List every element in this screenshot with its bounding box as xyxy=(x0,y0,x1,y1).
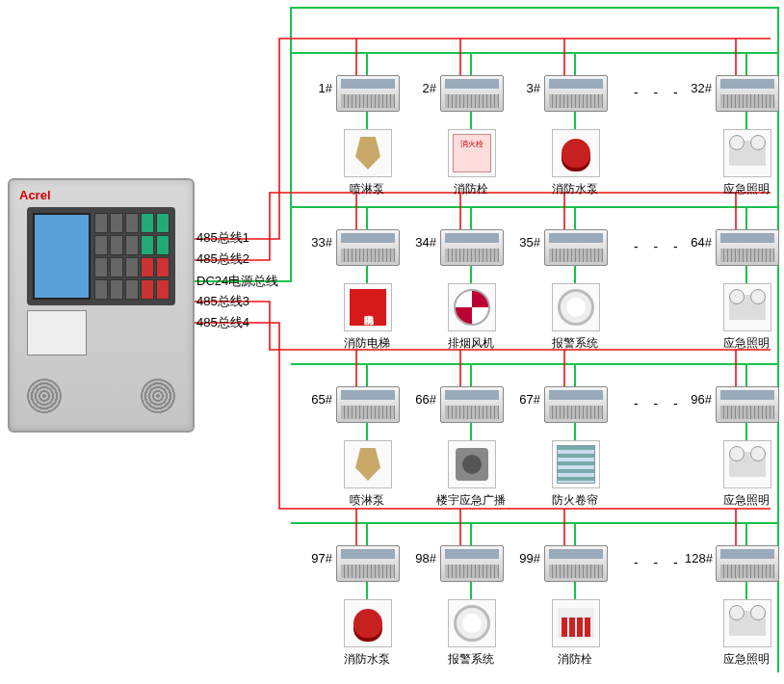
device-ext-icon xyxy=(552,599,600,647)
device-caption: 应急照明 xyxy=(694,651,784,668)
device-caption: 消防水泵 xyxy=(523,181,627,197)
device-light-icon xyxy=(723,599,771,647)
ellipsis: - - - xyxy=(634,239,684,254)
device-caption: 消防电梯 xyxy=(315,335,419,352)
module-number: 3# xyxy=(513,81,540,95)
module-number: 65# xyxy=(305,392,332,407)
device-fan-icon xyxy=(448,283,496,331)
module-number: 2# xyxy=(409,81,436,95)
module-number: 128# xyxy=(685,551,712,566)
module-number: 98# xyxy=(409,551,436,566)
device-caption: 应急照明 xyxy=(694,181,784,197)
ellipsis: - - - xyxy=(634,555,684,570)
device-alarm-icon xyxy=(552,283,600,331)
io-module xyxy=(544,386,608,423)
device-caption: 排烟风机 xyxy=(419,335,523,352)
ellipsis: - - - xyxy=(634,396,684,411)
io-module xyxy=(440,545,504,582)
io-module xyxy=(716,75,779,112)
device-light-icon xyxy=(723,440,771,488)
device-pump-icon xyxy=(552,129,600,177)
device-caption: 消防水泵 xyxy=(315,651,419,668)
device-caption: 报警系统 xyxy=(419,651,523,668)
module-number: 97# xyxy=(305,551,332,566)
io-module xyxy=(440,386,504,423)
device-light-icon xyxy=(723,129,771,177)
device-hydrant-icon xyxy=(448,129,496,177)
device-caption: 防火卷帘 xyxy=(523,492,627,509)
io-module xyxy=(440,229,504,266)
keypad xyxy=(94,213,170,300)
bus-label: DC24电源总线 xyxy=(196,273,278,290)
io-module xyxy=(336,545,400,582)
io-module xyxy=(336,75,400,112)
module-number: 66# xyxy=(409,392,436,407)
device-light-icon xyxy=(723,283,771,331)
device-caption: 喷淋泵 xyxy=(315,181,419,197)
bus-label: 485总线2 xyxy=(196,250,249,268)
printer-slot xyxy=(27,310,87,355)
module-number: 32# xyxy=(685,81,712,95)
module-number: 35# xyxy=(513,235,540,250)
device-caption: 报警系统 xyxy=(523,335,627,352)
device-caption: 消防栓 xyxy=(419,181,523,197)
lcd-screen xyxy=(33,213,91,300)
io-module xyxy=(544,229,608,266)
module-number: 64# xyxy=(685,235,712,250)
device-shutter-icon xyxy=(552,440,600,488)
io-module xyxy=(544,75,608,112)
speaker-grille xyxy=(141,379,175,413)
ellipsis: - - - xyxy=(634,85,684,100)
module-number: 34# xyxy=(409,235,436,250)
module-number: 33# xyxy=(305,235,332,250)
io-module xyxy=(336,386,400,423)
panel-faceplate xyxy=(27,207,175,305)
device-sprinkler-icon xyxy=(344,129,392,177)
device-pump-icon xyxy=(344,599,392,647)
device-elev-icon: 消防电梯 xyxy=(344,283,392,331)
module-number: 67# xyxy=(513,392,540,407)
bus-label: 485总线3 xyxy=(196,293,249,310)
device-speaker-icon xyxy=(448,440,496,488)
io-module xyxy=(440,75,504,112)
module-number: 99# xyxy=(513,551,540,566)
bus-label: 485总线4 xyxy=(196,314,249,331)
brand-logo: Acrel xyxy=(19,188,51,202)
speaker-grille xyxy=(27,379,62,413)
bus-label: 485总线1 xyxy=(196,229,249,247)
device-alarm-icon xyxy=(448,599,496,647)
io-module xyxy=(336,229,400,266)
module-number: 1# xyxy=(305,81,332,95)
device-caption: 应急照明 xyxy=(694,492,784,509)
io-module xyxy=(716,386,779,423)
device-caption: 楼宇应急广播 xyxy=(419,492,523,509)
io-module xyxy=(716,229,779,266)
device-caption: 喷淋泵 xyxy=(315,492,419,509)
fire-controller-panel: Acrel xyxy=(8,178,195,433)
module-number: 96# xyxy=(685,392,712,407)
device-caption: 消防栓 xyxy=(523,651,627,668)
device-caption: 应急照明 xyxy=(694,335,784,352)
device-sprinkler-icon xyxy=(344,440,392,488)
io-module xyxy=(544,545,608,582)
io-module xyxy=(716,545,779,582)
